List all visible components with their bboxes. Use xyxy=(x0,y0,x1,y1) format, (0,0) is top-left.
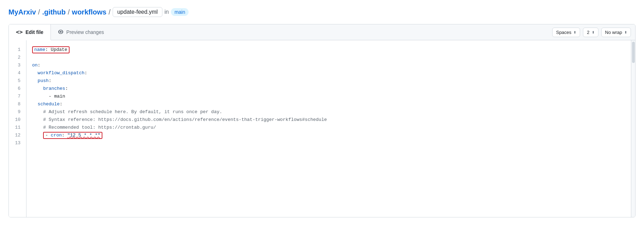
line-numbers: 1 2 3 4 5 6 7 8 9 10 11 12 13 xyxy=(9,40,26,217)
editor-body: 1 2 3 4 5 6 7 8 9 10 11 12 13 xyxy=(9,40,635,217)
breadcrumb-sep2: / xyxy=(68,8,70,16)
code-line-10: # Syntax reference: https://docs.github.… xyxy=(26,116,631,124)
branch-badge[interactable]: main xyxy=(171,8,189,16)
line-num-3: 3 xyxy=(9,62,26,69)
line-num-4: 4 xyxy=(9,69,26,77)
tab-preview-label: Preview changes xyxy=(66,29,104,35)
code-line-2 xyxy=(26,54,631,62)
tab-edit-file-label: Edit file xyxy=(25,29,43,35)
line-num-8: 8 xyxy=(9,100,26,108)
wrap-select[interactable]: No wrap ⬍ xyxy=(601,28,631,37)
line7-content: - main xyxy=(32,93,65,100)
spaces-chevron-icon: ⬍ xyxy=(573,30,576,34)
toolbar-controls: Spaces ⬍ 2 ⬍ No wrap ⬍ xyxy=(548,24,635,40)
breadcrumb-in-label: in xyxy=(165,9,169,15)
line-num-13: 13 xyxy=(9,139,26,147)
code-editor[interactable]: 1 2 3 4 5 6 7 8 9 10 11 12 13 xyxy=(9,40,631,217)
line11-comment: # Recommended tool: https://crontab.guru… xyxy=(32,124,156,132)
line1-value: Update xyxy=(51,46,67,54)
code-line-6: branches: xyxy=(26,85,631,93)
breadcrumb-dir2-link[interactable]: workflows xyxy=(72,8,107,16)
indent-label: 2 xyxy=(587,30,589,35)
line-num-10: 10 xyxy=(9,116,26,124)
code-line-7: - main xyxy=(26,93,631,100)
line-num-7: 7 xyxy=(9,93,26,100)
line6-key: branches xyxy=(43,85,65,93)
editor-container: <> Edit file Preview changes Spaces ⬍ 2 xyxy=(8,24,636,217)
line10-comment: # Syntax reference: https://docs.github.… xyxy=(32,116,327,124)
line8-key: schedule xyxy=(38,100,60,108)
spaces-select[interactable]: Spaces ⬍ xyxy=(552,28,580,37)
indent-chevron-icon: ⬍ xyxy=(592,30,595,34)
line-num-9: 9 xyxy=(9,108,26,116)
line-num-2: 2 xyxy=(9,54,26,62)
line4-key: workflow_dispatch xyxy=(38,69,85,77)
line-num-6: 6 xyxy=(9,85,26,93)
edit-file-icon: <> xyxy=(16,29,23,35)
scrollbar-thumb[interactable] xyxy=(632,42,635,63)
code-line-4: workflow_dispatch: xyxy=(26,69,631,77)
line3-key: on xyxy=(32,62,38,69)
editor-toolbar: <> Edit file Preview changes Spaces ⬍ 2 xyxy=(9,24,635,40)
breadcrumb-dir1-link[interactable]: .github xyxy=(42,8,66,16)
line1-colon: : xyxy=(45,46,51,54)
code-line-1: name: Update xyxy=(26,46,631,54)
tab-preview-changes[interactable]: Preview changes xyxy=(51,24,111,40)
code-line-3: on: xyxy=(26,62,631,69)
wrap-chevron-icon: ⬍ xyxy=(624,30,627,34)
breadcrumb-filename[interactable]: update-feed.yml xyxy=(113,7,162,17)
breadcrumb-repo-link[interactable]: MyArxiv xyxy=(8,8,36,16)
code-line-5: push: xyxy=(26,77,631,85)
code-line-11: # Recommended tool: https://crontab.guru… xyxy=(26,124,631,132)
code-line-12: - cron: "12 5 * * *" xyxy=(26,132,631,139)
line9-comment: # Adjust refresh schedule here. By defau… xyxy=(32,108,222,116)
code-line-8: schedule: xyxy=(26,100,631,108)
code-line-13 xyxy=(26,139,631,147)
preview-icon xyxy=(58,29,64,36)
breadcrumb: MyArxiv / .github / workflows / update-f… xyxy=(8,7,636,17)
line-num-1: 1 xyxy=(9,46,26,54)
code-content[interactable]: name: Update on: workflow_dispatch: xyxy=(26,40,631,217)
spaces-label: Spaces xyxy=(556,30,571,35)
breadcrumb-sep1: / xyxy=(38,8,40,16)
line5-key: push xyxy=(38,77,49,85)
line1-highlight-box: name: Update xyxy=(32,46,70,53)
line-num-12: 12 xyxy=(9,132,26,139)
line-num-11: 11 xyxy=(9,124,26,132)
line12-cron-key: cron xyxy=(51,132,62,139)
scrollbar[interactable] xyxy=(631,40,635,217)
breadcrumb-sep3: / xyxy=(108,8,111,16)
line-num-5: 5 xyxy=(9,77,26,85)
tab-edit-file[interactable]: <> Edit file xyxy=(9,24,51,40)
indent-select[interactable]: 2 ⬍ xyxy=(583,28,598,37)
line12-highlight-box: - cron: "12 5 * * *" xyxy=(43,132,102,139)
line12-cron-value: "12 5 * * *" xyxy=(67,132,101,139)
code-line-9: # Adjust refresh schedule here. By defau… xyxy=(26,108,631,116)
line1-key: name xyxy=(34,46,45,54)
page-container: MyArxiv / .github / workflows / update-f… xyxy=(0,0,644,224)
wrap-label: No wrap xyxy=(605,30,622,35)
